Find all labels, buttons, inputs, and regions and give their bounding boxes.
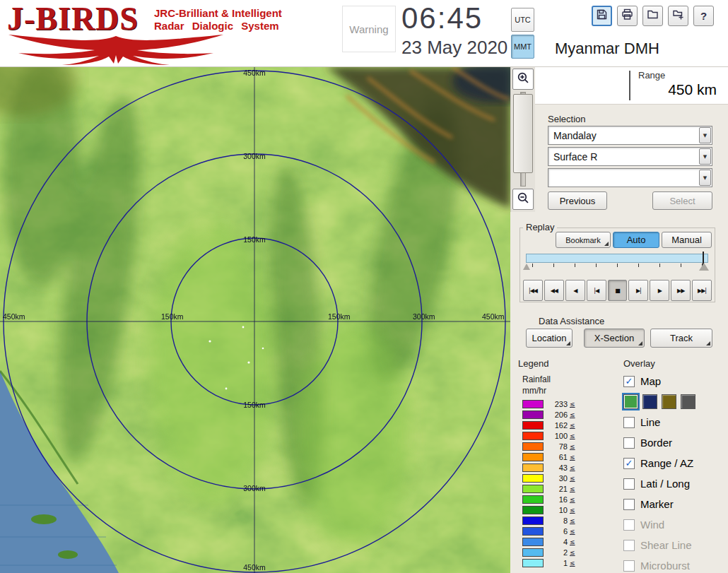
overlay-item-label: Border bbox=[640, 437, 672, 449]
zoom-out-button[interactable] bbox=[512, 189, 534, 210]
timeline-tick bbox=[659, 264, 660, 267]
overlay-item-marker: Marker bbox=[623, 494, 728, 514]
legend-label: Legend bbox=[518, 358, 548, 369]
checkbox[interactable] bbox=[623, 437, 635, 449]
x-section-button[interactable]: X-Section bbox=[584, 329, 645, 348]
legend-row: 206≤ bbox=[522, 409, 575, 420]
overlay-item-line: Line bbox=[623, 412, 728, 432]
help-icon: ? bbox=[700, 10, 707, 22]
legend-lte-symbol: ≤ bbox=[570, 454, 575, 461]
product-dropdown[interactable]: Surface R ▼ bbox=[548, 147, 712, 166]
playback-button[interactable]: ◀ bbox=[565, 280, 585, 301]
distance-label: 150km bbox=[328, 312, 351, 321]
checkbox[interactable] bbox=[623, 478, 635, 490]
playback-button[interactable]: |◀ bbox=[587, 280, 606, 301]
chevron-down-icon[interactable]: ▼ bbox=[699, 127, 711, 143]
legend-row: 6≤ bbox=[522, 526, 575, 536]
help-button[interactable]: ? bbox=[693, 6, 714, 26]
zoom-control-strip bbox=[510, 67, 535, 212]
auto-button[interactable]: Auto bbox=[613, 232, 659, 248]
legend-color-swatch bbox=[522, 453, 544, 461]
timeline-tick bbox=[617, 264, 618, 267]
distance-label: 300km bbox=[243, 152, 266, 160]
overlay-item-microburst: Microburst bbox=[623, 555, 728, 573]
checkbox[interactable]: ✓ bbox=[623, 376, 635, 387]
legend-value: 206 bbox=[549, 410, 568, 419]
mmt-button[interactable]: MMT bbox=[511, 35, 534, 59]
distance-label: 450km bbox=[243, 69, 266, 77]
option-dropdown[interactable]: ▼ bbox=[548, 168, 712, 187]
playback-button[interactable]: ■ bbox=[608, 280, 628, 301]
checkbox[interactable] bbox=[623, 499, 635, 510]
overlay-item-label: Map bbox=[640, 375, 661, 387]
replay-timeline-slider[interactable] bbox=[526, 254, 708, 263]
open-folder-button[interactable] bbox=[642, 6, 663, 26]
playback-button[interactable]: ▶▶| bbox=[692, 280, 712, 301]
utc-button[interactable]: UTC bbox=[511, 8, 534, 32]
print-button[interactable] bbox=[617, 6, 638, 26]
map-palette-swatch[interactable] bbox=[642, 394, 657, 409]
logo-tagline-line2: Radar Dialogic System bbox=[154, 20, 279, 32]
timeline-tick bbox=[596, 264, 597, 267]
logo-tagline-line1: JRC-Brilliant & Intelligent bbox=[154, 7, 282, 19]
overlay-item-wind: Wind bbox=[623, 514, 728, 535]
chevron-down-icon[interactable]: ▼ bbox=[699, 148, 711, 165]
export-image-button[interactable] bbox=[668, 6, 688, 26]
legend-color-swatch bbox=[522, 410, 544, 419]
legend-value: 30 bbox=[549, 474, 568, 483]
legend-unit-line1: Rainfall bbox=[522, 374, 551, 384]
map-palette-swatch[interactable] bbox=[662, 394, 676, 409]
location-button[interactable]: Location bbox=[526, 329, 573, 348]
playback-button[interactable]: ▶| bbox=[628, 280, 648, 301]
legend-value: 10 bbox=[549, 506, 568, 514]
distance-label: 150km bbox=[243, 235, 266, 244]
legend-lte-symbol: ≤ bbox=[570, 464, 575, 471]
distance-label: 450km bbox=[482, 312, 505, 321]
manual-button[interactable]: Manual bbox=[662, 232, 712, 248]
legend-value: 4 bbox=[549, 538, 568, 546]
bookmark-button[interactable]: Bookmark bbox=[556, 232, 611, 248]
legend-lte-symbol: ≤ bbox=[570, 411, 575, 418]
playback-button[interactable]: |◀◀ bbox=[523, 280, 543, 301]
range-value: 450 km bbox=[668, 81, 717, 98]
playback-button[interactable]: ▶▶ bbox=[671, 280, 691, 301]
overlay-item-label: Marker bbox=[640, 498, 674, 510]
playback-button[interactable]: ▶ bbox=[650, 280, 669, 301]
station-dropdown[interactable]: Mandalay ▼ bbox=[548, 126, 712, 145]
legend-row: 43≤ bbox=[522, 462, 575, 473]
replay-group-label: Replay bbox=[523, 222, 557, 232]
overlay-item-label: Shear Line bbox=[640, 539, 692, 551]
timeline-tick bbox=[681, 264, 681, 267]
zoom-in-button[interactable] bbox=[512, 69, 534, 90]
chevron-down-icon[interactable]: ▼ bbox=[699, 170, 711, 186]
overlay-label: Overlay bbox=[623, 358, 655, 369]
legend-row: 4≤ bbox=[522, 536, 575, 547]
playback-buttons: |◀◀◀◀◀|◀■▶|▶▶▶▶▶| bbox=[523, 280, 712, 301]
distance-label: 300km bbox=[243, 484, 266, 492]
overlay-item-label: Microburst bbox=[640, 560, 690, 572]
track-button[interactable]: Track bbox=[650, 329, 712, 348]
clock-date: 23 May 2020 bbox=[401, 37, 507, 59]
map-palette-swatch[interactable] bbox=[681, 394, 695, 409]
legend-lte-symbol: ≤ bbox=[570, 507, 575, 514]
checkbox[interactable] bbox=[623, 417, 635, 428]
range-label: Range bbox=[638, 70, 665, 81]
legend-color-swatch bbox=[522, 527, 544, 536]
map-palette-swatch[interactable] bbox=[623, 394, 638, 409]
previous-button[interactable]: Previous bbox=[548, 191, 607, 210]
checkbox[interactable] bbox=[623, 519, 635, 531]
timeline-thumb-handle[interactable] bbox=[699, 263, 709, 271]
legend-row: 21≤ bbox=[522, 483, 575, 494]
legend-row: 30≤ bbox=[522, 473, 575, 483]
overlay-item-label: Range / AZ bbox=[640, 457, 693, 469]
checkbox[interactable]: ✓ bbox=[623, 458, 635, 469]
zoom-slider-thumb[interactable] bbox=[513, 94, 533, 173]
save-button[interactable] bbox=[592, 6, 612, 26]
checkbox[interactable] bbox=[623, 540, 635, 551]
product-dropdown-value: Surface R bbox=[548, 151, 699, 163]
radar-map[interactable]: 450km 300km 150km 150km 300km 450km 450k… bbox=[0, 67, 510, 573]
playback-button[interactable]: ◀◀ bbox=[544, 280, 564, 301]
select-button[interactable]: Select bbox=[652, 191, 712, 210]
checkbox[interactable] bbox=[623, 560, 635, 572]
overlay-item-label: Lati / Long bbox=[640, 478, 690, 490]
